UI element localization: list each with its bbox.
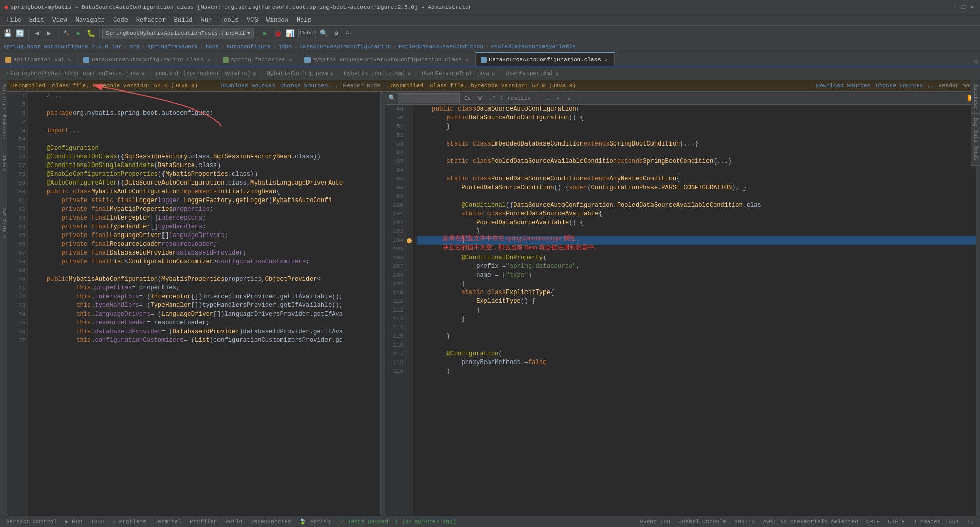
nav-boot[interactable]: boot: [206, 44, 219, 50]
jrebel-side-tab[interactable]: JRebel: [1, 153, 7, 173]
minimize-button[interactable]: −: [950, 4, 957, 11]
choose-sources-btn-right[interactable]: Choose Sources...: [876, 83, 933, 89]
menu-build[interactable]: Build: [170, 15, 196, 25]
run-config-dropdown[interactable]: SpringbootMybatisApplicationTests.findAl…: [102, 28, 254, 39]
search-w-btn[interactable]: W: [476, 94, 484, 102]
nav-pooled-condition[interactable]: PooledDataSourceCondition: [398, 44, 483, 50]
dependencies-btn[interactable]: Dependencies: [248, 519, 293, 525]
debug-button[interactable]: 🐛: [85, 28, 97, 39]
tab-settings-button[interactable]: ⚙: [974, 58, 978, 66]
save-all-button[interactable]: 💾: [2, 28, 13, 39]
maximize-button[interactable]: □: [959, 4, 967, 11]
line-endings[interactable]: CRLF: [864, 519, 882, 525]
next-result-btn[interactable]: ↓: [543, 94, 552, 102]
right-scrollbar[interactable]: [976, 105, 980, 516]
close-tab-datasource-2[interactable]: ✕: [603, 57, 609, 63]
nav-datasource[interactable]: DataSourceAutoConfiguration: [299, 44, 391, 50]
cursor-position[interactable]: 104:10: [732, 519, 757, 525]
tab-mybatis-config-java[interactable]: MybatisConfig.java ✕: [262, 67, 339, 80]
back-button[interactable]: ◀: [31, 28, 43, 39]
aws-status[interactable]: AWS: No credentials selected: [761, 519, 860, 525]
window-controls[interactable]: − □ ✕: [950, 4, 976, 11]
left-scrollbar[interactable]: [380, 92, 385, 516]
menu-edit[interactable]: Edit: [25, 15, 48, 25]
download-sources-btn-right[interactable]: Download Sources: [816, 83, 871, 89]
problems-btn[interactable]: ⚠ Problems: [110, 518, 148, 525]
indent[interactable]: 4 spaces: [911, 519, 942, 525]
profiler-btn[interactable]: Profiler: [188, 519, 219, 525]
close-tab-spring-factories[interactable]: ✕: [287, 57, 294, 63]
tab-datasource-auto-config[interactable]: DataSourceAutoConfiguration.class ✕: [78, 52, 217, 66]
download-sources-btn-left[interactable]: Download Sources: [221, 83, 276, 89]
bookmarks-tab[interactable]: Bookmarks: [1, 113, 7, 142]
close-tab-pom[interactable]: ✕: [252, 70, 256, 77]
nav-org[interactable]: org: [130, 44, 140, 50]
search-cc-btn[interactable]: Cc: [462, 94, 474, 102]
reader-mode-btn-left[interactable]: Reader Mode: [343, 83, 380, 89]
close-tab-mybatis-config-xml[interactable]: ✕: [407, 70, 411, 77]
tab-application-yml[interactable]: application.yml ✕: [0, 52, 78, 66]
version-control-btn[interactable]: Version Control: [4, 519, 59, 525]
tab-userserviceimpl[interactable]: UserServiceImpl.java ✕: [416, 67, 501, 80]
menu-code[interactable]: Code: [109, 15, 132, 25]
menu-window[interactable]: Window: [262, 15, 293, 25]
menu-refactor[interactable]: Refactor: [132, 15, 170, 25]
nav-autoconfigure[interactable]: autoconfigure: [227, 44, 271, 50]
menu-tools[interactable]: Tools: [216, 15, 243, 25]
jrebel-button[interactable]: JRebel: [301, 28, 313, 39]
forward-button[interactable]: ▶: [44, 28, 55, 39]
nav-jdbc[interactable]: jdbc: [278, 44, 292, 50]
tab-usermapper-xml[interactable]: UserMapper.xml ✕: [501, 67, 565, 80]
structure-tab[interactable]: Structure: [1, 82, 7, 112]
tab-mybatis-language-driver[interactable]: MybatisLanguageDriverAutoConfiguration.c…: [299, 52, 476, 66]
big-data-tools-tab[interactable]: Big Data Tools: [971, 114, 980, 166]
build-btn[interactable]: Build: [223, 519, 244, 525]
run-config-run[interactable]: ▶: [260, 28, 271, 39]
run-config-debug[interactable]: 🐞: [272, 28, 283, 39]
build-project-button[interactable]: 🔨: [61, 28, 72, 39]
jrebel-console-btn[interactable]: JRebel Console: [677, 519, 728, 525]
close-tab-userserviceimpl[interactable]: ✕: [492, 70, 495, 77]
event-log-btn[interactable]: Event Log: [638, 519, 672, 525]
menu-navigate[interactable]: Navigate: [71, 15, 109, 25]
search-input[interactable]: [398, 93, 460, 103]
close-tab-application-yml[interactable]: ✕: [66, 57, 72, 63]
close-tab-mybatis-language[interactable]: ✕: [464, 57, 470, 63]
close-tab-datasource-1[interactable]: ✕: [206, 57, 212, 63]
close-search-btn[interactable]: ↖: [554, 94, 563, 102]
prev-result-btn[interactable]: ↑: [533, 94, 541, 102]
search-regex-btn[interactable]: .*: [486, 94, 498, 102]
tab-pom-xml[interactable]: pom.xml (springboot-mybatis) ✕: [151, 67, 262, 80]
encoding[interactable]: UTF-8: [886, 519, 907, 525]
tab-mybatis-config-xml[interactable]: mybatis-config.xml ✕: [339, 67, 416, 80]
expand-search-btn[interactable]: ↙: [565, 94, 573, 102]
menu-help[interactable]: Help: [293, 15, 316, 25]
tab-spring-factories[interactable]: spring.factories ✕: [217, 52, 299, 66]
run-button[interactable]: ▶: [73, 28, 84, 39]
menu-file[interactable]: File: [2, 15, 25, 25]
menu-run[interactable]: Run: [196, 15, 216, 25]
nav-pooled-available[interactable]: PooledDataSourceAvailable: [491, 44, 576, 50]
synchronize-button[interactable]: 🔄: [14, 28, 26, 39]
todo-btn[interactable]: TODO: [88, 519, 106, 525]
close-tab-tests[interactable]: ✕: [141, 70, 145, 77]
terminal-btn[interactable]: Terminal: [153, 519, 184, 525]
menu-vcs[interactable]: VCS: [243, 15, 262, 25]
run-btn[interactable]: ▶ Run: [63, 518, 84, 525]
tab-datasource-auto-config-active[interactable]: DataSourceAutoConfiguration.class ✕: [476, 52, 615, 66]
close-button[interactable]: ✕: [969, 4, 976, 11]
close-tab-usermapper[interactable]: ✕: [555, 70, 559, 77]
tab-springboot-tests[interactable]: ✓ SpringbootMybatisApplicationTests.java…: [0, 67, 151, 80]
settings-button[interactable]: ⚙: [331, 28, 342, 39]
choose-sources-btn-left[interactable]: Choose Sources...: [280, 83, 338, 89]
line-count[interactable]: 554: [947, 519, 961, 525]
translate-button[interactable]: A→: [343, 28, 354, 39]
search-everywhere-button[interactable]: 🔍: [318, 28, 330, 39]
close-tab-mybatis-config-java[interactable]: ✕: [330, 70, 334, 77]
run-config-coverage[interactable]: 📊: [284, 28, 296, 39]
nav-jar[interactable]: spring-boot-autoconfigure-2.5.0.jar: [3, 44, 122, 50]
nav-springframework[interactable]: springframework: [147, 44, 198, 50]
spring-btn[interactable]: 🍃 Spring: [297, 518, 332, 525]
menu-view[interactable]: View: [48, 15, 71, 25]
aws-toolkit-tab[interactable]: AWS Toolkit: [1, 206, 7, 240]
